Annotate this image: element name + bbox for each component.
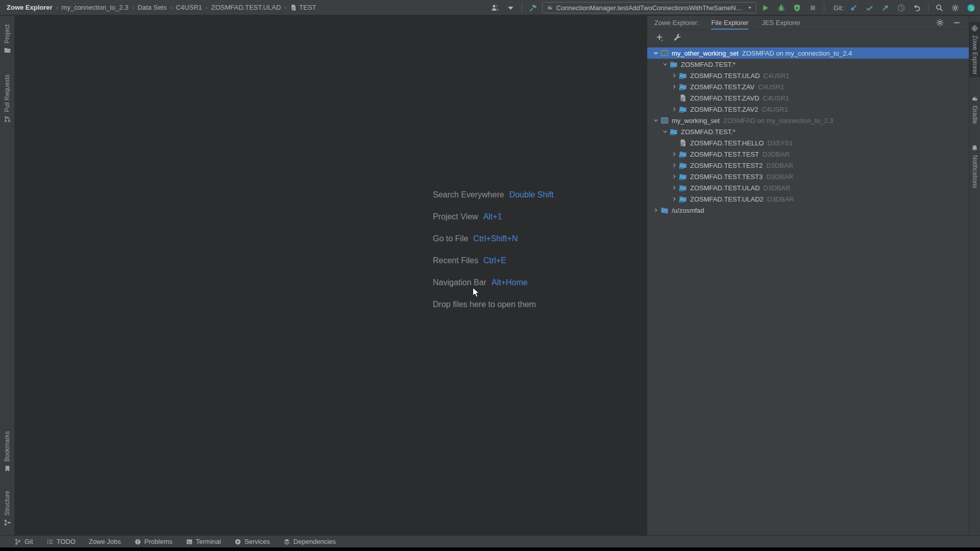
- chevron-right-icon[interactable]: [670, 195, 679, 203]
- tab-jes-explorer[interactable]: JES Explorer: [762, 16, 800, 30]
- tree-item-label: ZOSMFAD.TEST.TEST3: [690, 173, 763, 181]
- statusbar-item-services[interactable]: Services: [234, 538, 270, 545]
- chevron-right-icon[interactable]: [670, 162, 679, 169]
- tree-row[interactable]: ESZOSMFAD.TEST.HELLOD3SYS1: [647, 137, 969, 148]
- bookmark-icon: [4, 465, 11, 472]
- tree-row[interactable]: DSZOSMFAD.TEST.ULADC4USR1: [647, 70, 969, 81]
- breadcrumb-item[interactable]: Data Sets: [137, 4, 166, 11]
- chevron-down-icon[interactable]: [651, 49, 660, 57]
- caret-down-button[interactable]: [506, 3, 516, 13]
- chevron-right-icon[interactable]: [670, 151, 679, 158]
- tree-row[interactable]: DSZOSMFAD.TEST.ULAD2D3DBAR: [647, 193, 969, 205]
- statusbar-item-problems[interactable]: Problems: [134, 538, 173, 545]
- statusbar-item-terminal[interactable]: Terminal: [186, 538, 221, 545]
- tree-row[interactable]: DSZOSMFAD.TEST.TEST3D3DBAR: [647, 171, 969, 182]
- chevron-right-icon[interactable]: [651, 207, 660, 214]
- commit-button[interactable]: [865, 3, 874, 13]
- tree-row[interactable]: /u/zosmfad: [647, 205, 969, 216]
- tree-row[interactable]: DSZOSMFAD.TEST.*: [647, 126, 969, 137]
- dataset-icon: DS: [679, 150, 687, 158]
- rollback-button[interactable]: [912, 3, 922, 13]
- chevron-down-icon[interactable]: [660, 128, 670, 135]
- tree-row[interactable]: DSZOSMFAD.TEST.ULADD3DBAR: [647, 182, 969, 193]
- stripe-item-notifications[interactable]: Notifications: [969, 142, 980, 191]
- chevron-right-icon[interactable]: [670, 72, 679, 79]
- chevron-down-icon[interactable]: [660, 61, 670, 68]
- shortcut-hint-row: Project ViewAlt+1: [433, 212, 554, 223]
- stripe-item-label: Gradle: [971, 106, 978, 124]
- breadcrumb-item[interactable]: Zowe Explorer: [7, 4, 53, 11]
- search-button[interactable]: [935, 3, 944, 13]
- stop-button[interactable]: [808, 3, 818, 13]
- tree-row[interactable]: DSZOSMFAD.TEST.ZAVC4USR1: [647, 81, 969, 92]
- tree-item-suffix: D3DBAR: [763, 151, 790, 158]
- tree-row[interactable]: my_other_working_setZOSMFAD on my_connec…: [647, 47, 969, 59]
- run-button[interactable]: [761, 3, 770, 13]
- tree-item-suffix: D3DBAR: [766, 173, 793, 181]
- svg-text:DS: DS: [680, 178, 683, 180]
- settings-button[interactable]: [950, 3, 960, 13]
- statusbar-item-dependencies[interactable]: Dependencies: [283, 538, 336, 545]
- stripe-item-zowe-explorer[interactable]: ZZowe Explorer: [969, 22, 980, 77]
- gradle-icon: [971, 95, 978, 103]
- update-button[interactable]: [849, 3, 859, 13]
- statusbar-item-git[interactable]: Git: [14, 538, 33, 545]
- tree-item-label: ZOSMFAD.TEST.ZAV: [690, 83, 754, 91]
- profile-button[interactable]: [966, 3, 976, 13]
- gear-icon: [936, 18, 944, 27]
- chevron-right-icon[interactable]: [670, 83, 679, 90]
- stripe-item-label: Notifications: [971, 155, 978, 188]
- svg-text:DS: DS: [671, 65, 674, 68]
- tree-row[interactable]: DSZOSMFAD.TEST.ZAV2C4USR1: [647, 104, 969, 115]
- stripe-item-structure[interactable]: Structure: [0, 488, 14, 529]
- coverage-button[interactable]: [792, 3, 802, 13]
- history-button[interactable]: [896, 3, 906, 13]
- tree-item-suffix: D3DBAR: [767, 195, 794, 203]
- tree-item-label: ZOSMFAD.TEST.ZAV2: [690, 106, 758, 113]
- users-button[interactable]: [490, 3, 500, 13]
- shortcut-keys: Alt+Home: [492, 278, 528, 287]
- add-button[interactable]: [655, 33, 665, 42]
- tree-item-suffix: C4USR1: [763, 94, 789, 102]
- chevron-right-icon[interactable]: [670, 173, 679, 180]
- wrench-button[interactable]: [673, 33, 682, 42]
- chevron-right-icon[interactable]: [670, 106, 679, 113]
- status-bar: GitTODOZowe JobsProblemsTerminalServices…: [0, 535, 980, 547]
- hide-icon: [952, 18, 961, 27]
- tree-row[interactable]: DSZOSMFAD.TEST.TEST2D3DBAR: [647, 160, 969, 171]
- stripe-item-pull-requests[interactable]: Pull Requests: [0, 72, 14, 126]
- tab-file-explorer[interactable]: File Explorer: [711, 16, 748, 30]
- breadcrumb-item[interactable]: C4USR1: [176, 4, 202, 11]
- chevron-down-icon[interactable]: [651, 117, 660, 124]
- toolbar-users-group[interactable]: [490, 3, 516, 13]
- stripe-item-gradle[interactable]: Gradle: [969, 92, 980, 127]
- toolbar-separator: [928, 3, 928, 12]
- project-icon: [4, 46, 11, 54]
- history-icon: [897, 4, 905, 12]
- chevron-right-icon[interactable]: [670, 184, 679, 191]
- statusbar-item-todo[interactable]: TODO: [46, 538, 76, 545]
- statusbar-item-zowe-jobs[interactable]: Zowe Jobs: [89, 538, 121, 545]
- run-config-select[interactable]: ConnectionManager.testAddTwoConnectionsW…: [542, 2, 756, 13]
- debug-button[interactable]: [776, 3, 786, 13]
- panel-tabs: File Explorer JES Explorer: [711, 16, 800, 30]
- hide-button[interactable]: [952, 18, 962, 28]
- dataset-icon: DS: [670, 128, 678, 136]
- stripe-item-bookmarks[interactable]: Bookmarks: [0, 429, 14, 475]
- breadcrumb-item[interactable]: ZOSMFAD.TEST.ULAD: [211, 4, 281, 11]
- breadcrumb-item[interactable]: ESTEST: [290, 4, 316, 11]
- panel-header: Zowe Explorer: File Explorer JES Explore…: [647, 16, 969, 30]
- tree-row[interactable]: DSZOSMFAD.TEST.TESTD3DBAR: [647, 148, 969, 160]
- tree-row[interactable]: DSZOSMFAD.TEST.*: [647, 59, 969, 70]
- tree-row[interactable]: ESZOSMFAD.TEST.ZAVDC4USR1: [647, 92, 969, 104]
- breadcrumb-item[interactable]: my_connection_to_2.3: [62, 4, 129, 11]
- dataset-icon: DS: [679, 83, 687, 91]
- file-icon: ES: [290, 4, 297, 11]
- push-button[interactable]: [880, 3, 890, 13]
- stripe-item-project[interactable]: Project: [0, 22, 14, 57]
- shortcut-list: Search EverywhereDouble ShiftProject Vie…: [433, 190, 554, 289]
- gear-button[interactable]: [935, 18, 945, 28]
- build-button[interactable]: [528, 3, 538, 13]
- tree-row[interactable]: my_working_setZOSMFAD on my_connection_t…: [647, 115, 969, 126]
- update-icon: [849, 4, 858, 12]
